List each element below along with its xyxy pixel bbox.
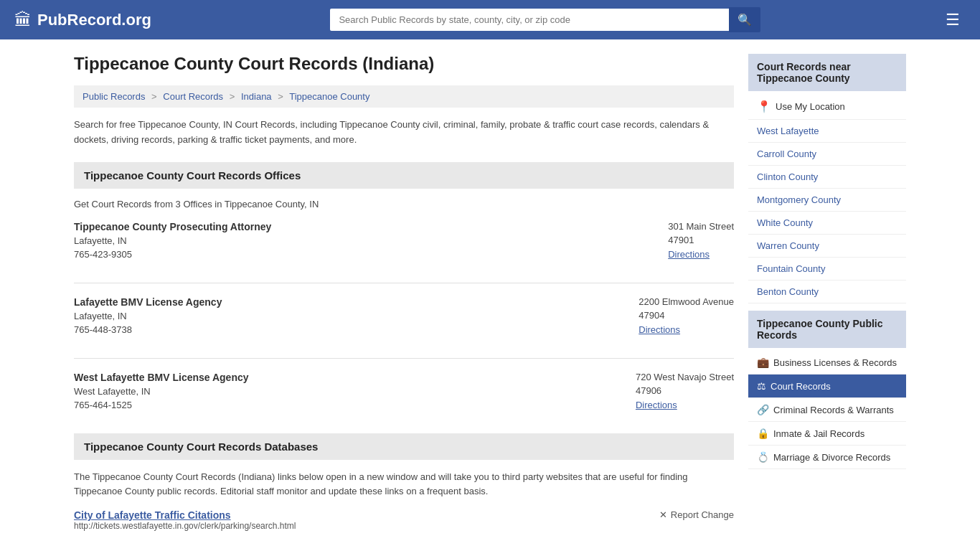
sidebar-item-label-marriage: Marriage & Divorce Records xyxy=(773,452,890,463)
breadcrumb-link-court-records[interactable]: Court Records xyxy=(163,91,223,102)
offices-section-heading: Tippecanoe County Court Records Offices xyxy=(74,162,734,189)
breadcrumb-link-tippecanoe[interactable]: Tippecanoe County xyxy=(289,91,369,102)
office-phone-2: 765-448-3738 xyxy=(74,324,222,335)
office-name-2: Lafayette BMV License Agency xyxy=(74,296,222,308)
office-directions-link-2[interactable]: Directions xyxy=(639,324,680,335)
link-icon: 🔗 xyxy=(757,404,769,415)
office-right-1: 301 Main Street 47901 Directions xyxy=(668,221,734,260)
office-directions-link-1[interactable]: Directions xyxy=(668,249,710,260)
office-city-1: Lafayette, IN xyxy=(74,235,271,246)
office-address-3: 720 West Navajo Street xyxy=(636,372,734,382)
sidebar-item-label-criminal: Criminal Records & Warrants xyxy=(773,405,894,415)
sidebar-item-label-court: Court Records xyxy=(771,381,831,392)
site-header: 🏛 PubRecord.org 🔍 ☰ xyxy=(0,0,980,39)
briefcase-icon: 💼 xyxy=(757,357,769,368)
sidebar-item-label-inmate: Inmate & Jail Records xyxy=(773,428,864,439)
scales-icon: ⚖ xyxy=(757,380,766,392)
office-zip-3: 47906 xyxy=(636,385,734,396)
office-directions-link-3[interactable]: Directions xyxy=(636,400,677,410)
office-directions-2: Directions xyxy=(639,324,734,335)
ring-icon: 💍 xyxy=(757,451,769,463)
report-change-label: Report Change xyxy=(671,509,734,520)
office-directions-3: Directions xyxy=(636,399,734,410)
office-city-2: Lafayette, IN xyxy=(74,311,222,321)
breadcrumb-separator-2: > xyxy=(230,91,235,102)
sidebar-item-label-business: Business Licenses & Records xyxy=(773,357,897,368)
db-link-title-1[interactable]: City of Lafayette Traffic Citations xyxy=(74,509,231,521)
page-description: Search for free Tippecanoe County, IN Co… xyxy=(74,118,734,148)
logo-area: 🏛 PubRecord.org xyxy=(14,10,151,30)
nearby-link-benton[interactable]: Benton County xyxy=(748,281,906,303)
breadcrumb-separator-1: > xyxy=(151,91,157,102)
nearby-link-warren[interactable]: Warren County xyxy=(748,235,906,258)
databases-section-heading: Tippecanoe County Court Records Database… xyxy=(74,433,734,460)
sidebar: Court Records near Tippecanoe County 📍 U… xyxy=(748,54,906,531)
use-location-button[interactable]: 📍 Use My Location xyxy=(748,94,906,120)
nearby-link-fountain[interactable]: Fountain County xyxy=(748,258,906,281)
office-zip-2: 47904 xyxy=(639,310,734,321)
breadcrumb-separator-3: > xyxy=(278,91,283,102)
office-left-3: West Lafayette BMV License Agency West L… xyxy=(74,372,249,410)
content-area: Tippecanoe County Court Records (Indiana… xyxy=(74,54,734,531)
office-entry-1: Tippecanoe County Prosecuting Attorney L… xyxy=(74,221,734,267)
office-left-1: Tippecanoe County Prosecuting Attorney L… xyxy=(74,221,271,260)
main-container: Tippecanoe County Court Records (Indiana… xyxy=(60,39,920,545)
breadcrumb: Public Records > Court Records > Indiana… xyxy=(74,85,734,108)
page-title: Tippecanoe County Court Records (Indiana… xyxy=(74,54,734,74)
office-divider-2 xyxy=(74,358,734,359)
nearby-link-west-lafayette[interactable]: West Lafayette xyxy=(748,120,906,143)
sidebar-public-records-heading: Tippecanoe County Public Records xyxy=(748,311,906,348)
search-button[interactable]: 🔍 xyxy=(729,7,760,32)
search-area: 🔍 xyxy=(330,7,760,32)
office-name-1: Tippecanoe County Prosecuting Attorney xyxy=(74,221,271,232)
sidebar-item-business-licenses[interactable]: 💼 Business Licenses & Records xyxy=(748,351,906,375)
office-phone-1: 765-423-9305 xyxy=(74,249,271,260)
use-location-label: Use My Location xyxy=(776,101,845,112)
nearby-link-clinton[interactable]: Clinton County xyxy=(748,166,906,189)
db-link-entry-1: City of Lafayette Traffic Citations http… xyxy=(74,509,734,531)
db-link-url-1: http://tickets.westlafayette.in.gov/cler… xyxy=(74,521,296,531)
location-icon: 📍 xyxy=(757,100,771,113)
offices-count: Get Court Records from 3 Offices in Tipp… xyxy=(74,199,734,209)
search-input[interactable] xyxy=(330,9,729,31)
breadcrumb-link-public-records[interactable]: Public Records xyxy=(83,91,145,102)
sidebar-item-court-records[interactable]: ⚖ Court Records xyxy=(748,375,906,398)
office-name-3: West Lafayette BMV License Agency xyxy=(74,372,249,383)
office-entry-2: Lafayette BMV License Agency Lafayette, … xyxy=(74,296,734,342)
office-left-2: Lafayette BMV License Agency Lafayette, … xyxy=(74,296,222,335)
sidebar-item-criminal-records[interactable]: 🔗 Criminal Records & Warrants xyxy=(748,398,906,422)
sidebar-item-marriage-records[interactable]: 💍 Marriage & Divorce Records xyxy=(748,446,906,469)
office-right-2: 2200 Elmwood Avenue 47904 Directions xyxy=(639,296,734,335)
menu-button[interactable]: ☰ xyxy=(940,8,966,32)
db-description: The Tippecanoe County Court Records (Ind… xyxy=(74,470,734,500)
nearby-link-montgomery[interactable]: Montgomery County xyxy=(748,189,906,212)
search-icon: 🔍 xyxy=(738,14,752,26)
breadcrumb-link-indiana[interactable]: Indiana xyxy=(241,91,272,102)
office-phone-3: 765-464-1525 xyxy=(74,400,249,410)
lock-icon: 🔒 xyxy=(757,428,769,439)
sidebar-item-inmate-records[interactable]: 🔒 Inmate & Jail Records xyxy=(748,422,906,446)
nearby-link-white[interactable]: White County xyxy=(748,212,906,235)
db-link-block: City of Lafayette Traffic Citations http… xyxy=(74,509,296,531)
office-directions-1: Directions xyxy=(668,248,734,260)
hamburger-icon: ☰ xyxy=(946,11,960,29)
office-address-1: 301 Main Street xyxy=(668,221,734,232)
office-city-3: West Lafayette, IN xyxy=(74,386,249,397)
sidebar-nearby-heading: Court Records near Tippecanoe County xyxy=(748,54,906,91)
office-entry-3: West Lafayette BMV License Agency West L… xyxy=(74,372,734,418)
office-zip-1: 47901 xyxy=(668,235,734,245)
office-divider-1 xyxy=(74,283,734,283)
logo-text: PubRecord.org xyxy=(37,11,151,29)
report-icon: ✕ xyxy=(659,509,667,520)
office-right-3: 720 West Navajo Street 47906 Directions xyxy=(636,372,734,410)
logo-icon: 🏛 xyxy=(14,10,32,30)
report-change[interactable]: ✕ Report Change xyxy=(659,509,734,520)
office-address-2: 2200 Elmwood Avenue xyxy=(639,296,734,307)
nearby-link-carroll[interactable]: Carroll County xyxy=(748,143,906,166)
